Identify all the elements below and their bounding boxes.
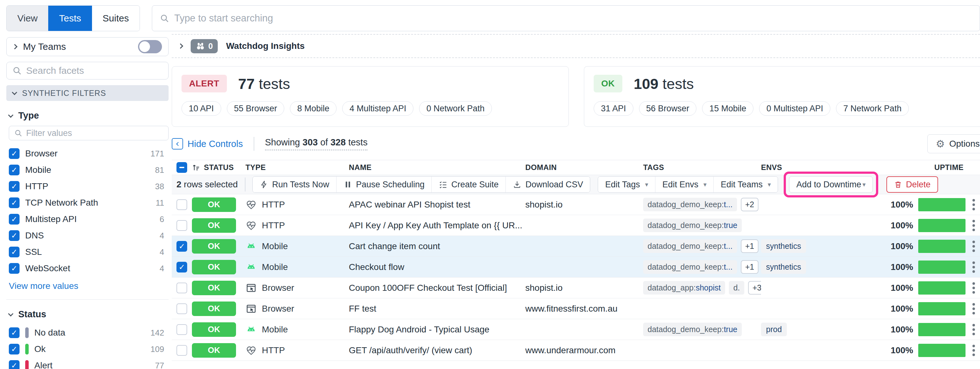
table-row[interactable]: OK Browser FF test www.fitnessfirst.com.… bbox=[172, 298, 980, 319]
facet-search-input[interactable] bbox=[26, 65, 162, 76]
test-name[interactable]: Checkout flow bbox=[349, 262, 525, 272]
facet-item-multistep-api[interactable]: ✓ Multistep API 6 bbox=[6, 211, 169, 227]
col-tags[interactable]: TAGS bbox=[643, 163, 761, 172]
row-checkbox[interactable] bbox=[177, 345, 187, 356]
tag-overflow-chip[interactable]: +2 bbox=[741, 198, 759, 211]
facet-item-dns[interactable]: ✓ DNS 4 bbox=[6, 227, 169, 244]
row-menu-kebab[interactable] bbox=[970, 323, 977, 337]
table-row[interactable]: ✓ OK Mobile Checkout flow datadog_demo_k… bbox=[172, 257, 980, 278]
table-row[interactable]: OK HTTP GET /api/auth/verify/ (view cart… bbox=[172, 340, 980, 361]
watchdog-insights-row[interactable]: 0 Watchdog Insights bbox=[172, 34, 980, 58]
test-name[interactable]: Flappy Dog Android - Typical Usage bbox=[349, 324, 525, 335]
col-uptime[interactable]: UPTIME bbox=[879, 163, 980, 172]
tag-pill[interactable]: datadog_app:shopist bbox=[643, 281, 725, 295]
tag-pill[interactable]: datadog_demo_keep:t... bbox=[643, 260, 737, 274]
tag-pill[interactable]: datadog_demo_keep:true bbox=[643, 323, 742, 336]
col-envs[interactable]: ENVS bbox=[761, 163, 879, 172]
test-name[interactable]: API Key / App Key Auth Template on {{ UR… bbox=[349, 220, 525, 230]
delete-button[interactable]: Delete bbox=[886, 176, 938, 193]
facet-checkbox[interactable]: ✓ bbox=[9, 214, 19, 225]
facet-checkbox[interactable]: ✓ bbox=[9, 327, 19, 338]
env-pill[interactable]: prod bbox=[761, 323, 787, 336]
edit-envs-button[interactable]: Edit Envs▾ bbox=[655, 177, 713, 192]
download-csv-button[interactable]: Download CSV bbox=[506, 177, 590, 192]
alert-summary-card[interactable]: ALERT 77 tests 10 API55 Browser8 Mobile4… bbox=[172, 66, 569, 127]
type-count-pill[interactable]: 55 Browser bbox=[227, 101, 285, 116]
run-tests-now-button[interactable]: Run Tests Now bbox=[253, 177, 336, 192]
type-count-pill[interactable]: 7 Network Path bbox=[836, 101, 909, 116]
tab-view[interactable]: View bbox=[6, 6, 48, 31]
env-pill[interactable]: synthetics bbox=[761, 240, 806, 253]
sort-icon[interactable] bbox=[192, 163, 200, 172]
type-count-pill[interactable]: 0 Network Path bbox=[419, 101, 492, 116]
my-teams-toggle[interactable] bbox=[138, 40, 162, 53]
col-status[interactable]: STATUS bbox=[204, 163, 234, 172]
table-row[interactable]: OK HTTP API Key / App Key Auth Template … bbox=[172, 215, 980, 236]
facet-checkbox[interactable]: ✓ bbox=[9, 181, 19, 192]
facet-item-browser[interactable]: ✓ Browser 171 bbox=[6, 145, 169, 162]
facet-checkbox[interactable]: ✓ bbox=[9, 230, 19, 241]
my-teams-box[interactable]: My Teams bbox=[6, 37, 169, 56]
tag-overflow-chip[interactable]: +1 bbox=[741, 240, 759, 253]
view-more-values-link[interactable]: View more values bbox=[9, 281, 78, 291]
test-name[interactable]: FF test bbox=[349, 304, 525, 314]
facet-checkbox[interactable]: ✓ bbox=[9, 197, 19, 208]
facet-item-tcp-network-path[interactable]: ✓ TCP Network Path 11 bbox=[6, 195, 169, 211]
facet-checkbox[interactable]: ✓ bbox=[9, 165, 19, 175]
facet-item-mobile[interactable]: ✓ Mobile 81 bbox=[6, 162, 169, 178]
facet-item-alert[interactable]: ✓ Alert 77 bbox=[6, 357, 169, 369]
env-pill[interactable]: synthetics bbox=[761, 260, 806, 274]
col-name[interactable]: NAME bbox=[349, 163, 525, 172]
tag-pill[interactable]: d. bbox=[729, 281, 744, 295]
facet-search-box[interactable] bbox=[6, 62, 169, 80]
type-count-pill[interactable]: 15 Mobile bbox=[702, 101, 753, 116]
ok-summary-card[interactable]: OK 109 tests 31 API56 Browser15 Mobile0 … bbox=[584, 66, 980, 127]
type-filter-input[interactable] bbox=[26, 128, 163, 138]
options-button[interactable]: ⚙ Options bbox=[928, 134, 980, 153]
global-search[interactable] bbox=[152, 5, 980, 31]
col-type[interactable]: TYPE bbox=[245, 163, 349, 172]
row-checkbox[interactable] bbox=[177, 283, 187, 293]
tag-pill[interactable]: datadog_demo_keep:true bbox=[643, 219, 742, 232]
facet-item-websocket[interactable]: ✓ WebSocket 4 bbox=[6, 260, 169, 276]
edit-teams-button[interactable]: Edit Teams▾ bbox=[713, 177, 778, 192]
tab-tests[interactable]: Tests bbox=[48, 6, 92, 31]
row-checkbox[interactable] bbox=[177, 304, 187, 314]
row-menu-kebab[interactable] bbox=[970, 260, 977, 274]
facet-item-ok[interactable]: ✓ Ok 109 bbox=[6, 341, 169, 357]
pause-scheduling-button[interactable]: Pause Scheduling bbox=[336, 177, 432, 192]
test-name[interactable]: Coupon 100OFF Checkout Test [Official] bbox=[349, 283, 525, 293]
synthetic-filters-header[interactable]: SYNTHETIC FILTERS bbox=[6, 85, 169, 101]
create-suite-button[interactable]: Create Suite bbox=[431, 177, 506, 192]
row-menu-kebab[interactable] bbox=[970, 343, 977, 357]
row-menu-kebab[interactable] bbox=[970, 281, 977, 295]
row-checkbox[interactable] bbox=[177, 220, 187, 231]
type-count-pill[interactable]: 31 API bbox=[594, 101, 633, 116]
type-count-pill[interactable]: 0 Multistep API bbox=[759, 101, 830, 116]
facet-checkbox[interactable]: ✓ bbox=[9, 360, 19, 369]
row-menu-kebab[interactable] bbox=[970, 198, 977, 212]
test-name[interactable]: Cart change item count bbox=[349, 241, 525, 251]
search-input[interactable] bbox=[174, 13, 972, 24]
row-menu-kebab[interactable] bbox=[970, 219, 977, 232]
hide-controls-button[interactable]: Hide Controls bbox=[172, 138, 243, 150]
test-name[interactable]: GET /api/auth/verify/ (view cart) bbox=[349, 345, 525, 355]
facet-checkbox[interactable]: ✓ bbox=[9, 344, 19, 355]
row-menu-kebab[interactable] bbox=[970, 302, 977, 316]
row-checkbox[interactable] bbox=[177, 324, 187, 335]
tag-overflow-chip[interactable]: +3 bbox=[748, 281, 761, 295]
col-domain[interactable]: DOMAIN bbox=[525, 163, 643, 172]
facet-checkbox[interactable]: ✓ bbox=[9, 263, 19, 274]
select-all-checkbox[interactable] bbox=[177, 162, 187, 173]
table-row[interactable]: OK Mobile Flappy Dog Android - Typical U… bbox=[172, 319, 980, 340]
row-menu-kebab[interactable] bbox=[970, 240, 977, 253]
table-row[interactable]: OK Browser Coupon 100OFF Checkout Test [… bbox=[172, 278, 980, 298]
test-name[interactable]: APAC webinar API Shopist test bbox=[349, 200, 525, 210]
facet-checkbox[interactable]: ✓ bbox=[9, 148, 19, 159]
facet-item-http[interactable]: ✓ HTTP 38 bbox=[6, 178, 169, 195]
tag-pill[interactable]: datadog_demo_keep:t... bbox=[643, 240, 737, 253]
row-checkbox[interactable]: ✓ bbox=[177, 241, 187, 252]
add-to-downtime-button[interactable]: Add to Downtime▾ bbox=[789, 176, 873, 193]
type-filter-box[interactable] bbox=[9, 126, 169, 141]
edit-tags-button[interactable]: Edit Tags▾ bbox=[598, 177, 655, 192]
